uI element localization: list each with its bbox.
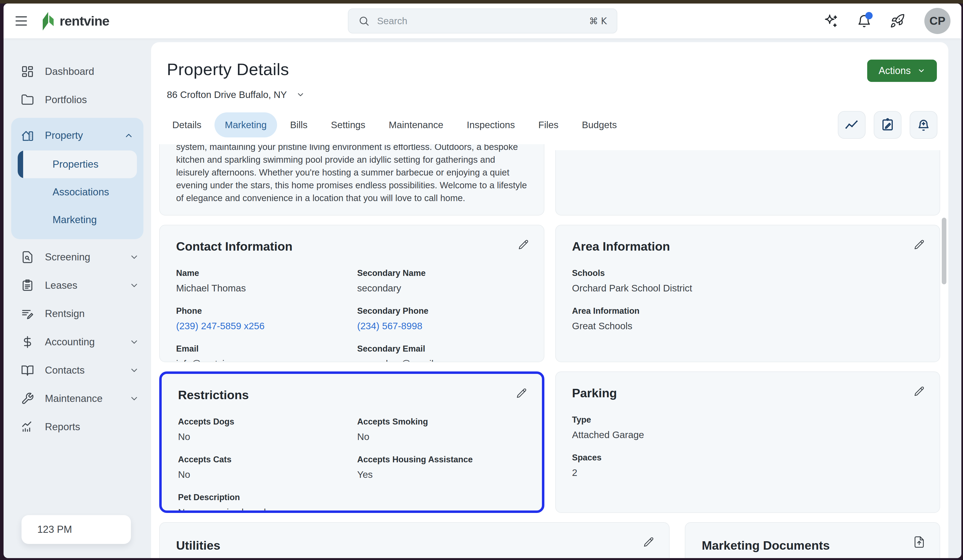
tab-details[interactable]: Details — [162, 112, 212, 138]
edit-pencil-icon[interactable] — [643, 536, 655, 548]
property-description: system, maintaining your pristine living… — [176, 144, 527, 204]
field-secondary-phone: Secondary Phone (234) 567-8998 — [357, 306, 527, 332]
edit-pencil-icon[interactable] — [518, 238, 530, 250]
sidebar-item-label: Reports — [45, 421, 80, 433]
field-schools: Schools Orchard Park School District — [572, 268, 924, 294]
tab-inspections[interactable]: Inspections — [456, 112, 525, 138]
card-title: Contact Information — [176, 240, 527, 254]
hamburger-menu-icon[interactable] — [16, 13, 32, 29]
sidebar-subitem-label: Marketing — [52, 214, 97, 226]
top-bar: rentvine Search ⌘ K — [3, 3, 961, 38]
file-search-icon — [21, 251, 34, 264]
card-title: Area Information — [572, 240, 924, 254]
edit-pencil-icon[interactable] — [516, 387, 528, 399]
sidebar-item-property[interactable]: Property — [11, 121, 143, 151]
field-secondary-name: Secondary Name secondary — [357, 268, 527, 294]
sidebar-item-label: Dashboard — [45, 66, 94, 77]
card-title: Utilities — [176, 539, 653, 553]
property-selector[interactable]: 86 Crofton Drive Buffalo, NY — [167, 89, 305, 100]
top-bar-actions: CP — [822, 8, 950, 34]
notifications-bell-icon[interactable] — [855, 11, 874, 31]
field-accepts-cats: Accepts Cats No — [178, 455, 346, 480]
dashboard-grid-icon — [21, 65, 34, 78]
sidebar-item-label: Screening — [45, 251, 90, 263]
whats-new-rocket-icon[interactable] — [888, 11, 907, 31]
sidebar-item-marketing[interactable]: Marketing — [18, 206, 137, 234]
field-name: Name Michael Thomas — [176, 268, 346, 294]
sidebar-item-leases[interactable]: Leases — [3, 271, 151, 299]
tab-budgets[interactable]: Budgets — [572, 112, 627, 138]
sidebar-item-label: Contacts — [45, 365, 85, 376]
activity-chart-button[interactable] — [838, 111, 866, 139]
phone-link[interactable]: (234) 567-8998 — [357, 320, 527, 332]
brand-name: rentvine — [60, 13, 109, 29]
search-icon — [358, 15, 370, 27]
vertical-scrollbar-thumb[interactable] — [942, 218, 947, 284]
chevron-down-icon — [296, 90, 305, 99]
sidebar-item-label: Property — [45, 130, 83, 141]
sidebar-item-portfolios[interactable]: Portfolios — [3, 86, 151, 114]
sidebar-item-rentsign[interactable]: Rentsign — [3, 299, 151, 328]
sidebar-item-reports[interactable]: Reports — [3, 413, 151, 441]
user-avatar[interactable]: CP — [924, 8, 950, 34]
desktop-frame: rentvine Search ⌘ K — [0, 0, 963, 560]
sidebar-group-property: Property Properties Associations Marketi… — [11, 118, 143, 239]
page-header: Property Details 86 Crofton Drive Buffal… — [151, 42, 948, 100]
notification-badge — [865, 12, 873, 19]
sidebar-item-accounting[interactable]: Accounting — [3, 328, 151, 356]
actions-button[interactable]: Actions — [867, 60, 937, 82]
wrench-icon — [21, 392, 34, 405]
marketing-documents-card: Marketing Documents — [685, 522, 940, 558]
sidebar-item-maintenance[interactable]: Maintenance — [3, 385, 151, 413]
card-title: Restrictions — [178, 388, 525, 402]
restrictions-card: Restrictions Accepts Dogs — [159, 371, 545, 513]
file-upload-icon[interactable] — [913, 536, 926, 548]
folder-icon — [21, 93, 34, 107]
chevron-down-icon — [129, 252, 139, 262]
edit-pencil-icon[interactable] — [913, 238, 926, 250]
chevron-down-icon — [129, 280, 139, 290]
clock-widget[interactable]: 123 PM — [21, 515, 131, 544]
sidebar-item-label: Accounting — [45, 336, 95, 348]
scroll-content: system, maintaining your pristine living… — [151, 139, 948, 558]
ai-sparkles-icon[interactable] — [822, 11, 840, 31]
description-card: system, maintaining your pristine living… — [159, 144, 545, 215]
content-panel: Property Details 86 Crofton Drive Buffal… — [151, 42, 948, 558]
sidebar-item-properties[interactable]: Properties — [18, 151, 137, 178]
chevron-down-icon — [129, 337, 139, 347]
clipboard-icon — [21, 279, 34, 292]
phone-link[interactable]: (239) 247-5859 x256 — [176, 320, 346, 332]
sidebar-item-associations[interactable]: Associations — [18, 178, 137, 206]
tab-marketing[interactable]: Marketing — [214, 112, 277, 138]
dollar-icon — [21, 335, 34, 349]
sidebar-item-screening[interactable]: Screening — [3, 243, 151, 271]
sidebar-subitem-label: Properties — [52, 159, 99, 170]
sidebar-item-label: Maintenance — [45, 393, 103, 405]
tab-files[interactable]: Files — [528, 112, 569, 138]
brand-logo[interactable]: rentvine — [41, 11, 109, 31]
card-title: Marketing Documents — [702, 539, 923, 553]
notes-edit-button[interactable] — [874, 111, 901, 139]
tab-bills[interactable]: Bills — [280, 112, 318, 138]
signature-icon — [21, 307, 34, 320]
sidebar-item-contacts[interactable]: Contacts — [3, 356, 151, 385]
field-pet-description: Pet Description No aggressive breeds — [178, 492, 346, 513]
field-area-information: Area Information Great Schools — [572, 306, 924, 332]
card-title: Parking — [572, 386, 924, 400]
sidebar-item-label: Portfolios — [45, 94, 87, 105]
sidebar-item-dashboard[interactable]: Dashboard — [3, 57, 151, 86]
tab-settings[interactable]: Settings — [321, 112, 376, 138]
chart-icon — [21, 421, 34, 434]
chevron-up-icon — [124, 131, 134, 141]
tab-bar: Details Marketing Bills Settings Mainten… — [162, 112, 627, 138]
field-accepts-smoking: Accepts Smoking No — [357, 417, 525, 442]
property-address: 86 Crofton Drive Buffalo, NY — [167, 89, 287, 100]
bell-plus-button[interactable] — [909, 111, 937, 139]
area-information-card: Area Information Schools O — [555, 225, 940, 362]
edit-pencil-icon[interactable] — [913, 385, 926, 397]
tab-maintenance[interactable]: Maintenance — [378, 112, 454, 138]
search-input[interactable]: Search ⌘ K — [348, 8, 617, 34]
chevron-down-icon — [129, 394, 139, 403]
parking-card: Parking Type Attached Gara — [555, 371, 940, 513]
field-secondary-email: Secondary Email secondary@gmail.com — [357, 344, 527, 362]
